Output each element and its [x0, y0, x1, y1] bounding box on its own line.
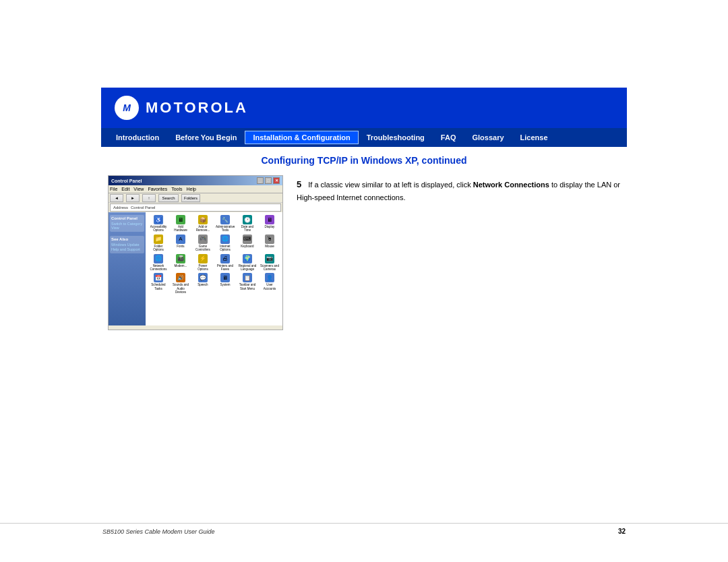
- content-area: Control Panel _ □ ✕ File Edit View Favor…: [101, 175, 627, 330]
- header-bar: M MOTOROLA: [101, 88, 627, 128]
- taskbar-icon: 📋: [243, 273, 252, 282]
- menu-tools[interactable]: Tools: [171, 187, 182, 191]
- navigation-bar: Introduction Before You Begin Installati…: [101, 128, 627, 147]
- network-connections-icon: 🌐: [154, 254, 163, 263]
- xp-icon-fonts[interactable]: A Fonts: [171, 235, 191, 252]
- xp-icon-modem[interactable]: 📠 Modem...: [171, 254, 191, 272]
- fonts-icon: A: [176, 235, 185, 244]
- xp-toolbar: ◄ ► ↑ Search Folders: [109, 193, 282, 203]
- game-controllers-icon: 🎮: [198, 235, 208, 244]
- xp-icons-grid: ♿ Accessibility Options 🖥 Add Hardware 📦: [147, 214, 281, 296]
- xp-window: Control Panel _ □ ✕ File Edit View Favor…: [109, 176, 282, 330]
- xp-icon-regional[interactable]: 🌍 Regional and Language: [237, 254, 257, 272]
- date-time-icon: 🕐: [243, 215, 252, 224]
- xp-icon-keyboard[interactable]: ⌨ Keyboard: [237, 235, 257, 252]
- xp-sidebar-section-2: See Also Windows Update Help and Support: [110, 236, 144, 253]
- motorola-logo: M MOTOROLA: [115, 96, 248, 120]
- menu-help[interactable]: Help: [187, 187, 196, 191]
- xp-icon-display[interactable]: 🖥 Display: [260, 215, 280, 232]
- menu-view[interactable]: View: [133, 187, 144, 191]
- nav-item-installation-configuration[interactable]: Installation & Configuration: [245, 131, 358, 144]
- regional-icon: 🌍: [243, 254, 252, 263]
- xp-icon-folder-options[interactable]: 📁 Folder Options: [148, 235, 169, 252]
- sounds-icon: 🔊: [176, 273, 185, 282]
- xp-sidebar-title-2: See Also: [111, 237, 143, 241]
- toolbar-search-button[interactable]: Search: [158, 194, 179, 202]
- xp-icon-network-connections[interactable]: 🌐 Network Connections: [148, 254, 169, 272]
- nav-item-glossary[interactable]: Glossary: [464, 131, 512, 144]
- admin-tools-icon: 🔧: [220, 215, 230, 224]
- add-hardware-icon: 🖥: [176, 215, 185, 224]
- windows-update-link[interactable]: Windows Update: [111, 243, 143, 247]
- xp-icon-speech[interactable]: 💬 Speech: [193, 273, 213, 294]
- xp-sidebar: Control Panel Switch to Category View Se…: [109, 212, 146, 325]
- xp-icon-user-accounts[interactable]: 👤 User Accounts: [260, 273, 280, 294]
- toolbar-forward-button[interactable]: ►: [126, 194, 140, 202]
- xp-icon-accessibility[interactable]: ♿ Accessibility Options: [148, 215, 169, 232]
- xp-icon-add-remove[interactable]: 📦 Add or Remove...: [193, 215, 213, 232]
- nav-item-faq[interactable]: FAQ: [433, 131, 464, 144]
- xp-icon-mouse[interactable]: 🖱 Mouse: [260, 235, 280, 252]
- xp-icon-sounds[interactable]: 🔊 Sounds and Audio Devices: [171, 273, 191, 294]
- xp-window-controls: _ □ ✕: [257, 177, 280, 184]
- xp-icon-admin-tools[interactable]: 🔧 Administrative Tools: [215, 215, 235, 232]
- switch-to-category-link[interactable]: Switch to Category View: [111, 222, 143, 230]
- step-number: 5: [297, 179, 301, 189]
- internet-options-icon: 🌐: [220, 235, 230, 244]
- display-icon: 🖥: [265, 215, 274, 224]
- document-area: M MOTOROLA Introduction Before You Begin…: [101, 88, 627, 330]
- system-icon: 🖥: [220, 273, 230, 282]
- step-text: If a classic view similar to at left is …: [297, 181, 620, 201]
- menu-file[interactable]: File: [110, 187, 117, 191]
- xp-menubar: File Edit View Favorites Tools Help: [109, 185, 282, 193]
- xp-icon-taskbar[interactable]: 📋 Taskbar and Start Menu: [237, 273, 257, 294]
- power-options-icon: ⚡: [198, 254, 208, 263]
- menu-favorites[interactable]: Favorites: [148, 187, 167, 191]
- logo-text: MOTOROLA: [146, 99, 248, 117]
- xp-icon-scanners[interactable]: 📷 Scanners and Cameras: [260, 254, 280, 272]
- page-title: Configuring TCP/IP in Windows XP, contin…: [101, 155, 627, 166]
- xp-main-area: ♿ Accessibility Options 🖥 Add Hardware 📦: [146, 212, 282, 325]
- keyboard-icon: ⌨: [243, 235, 252, 244]
- printers-icon: 🖨: [220, 254, 230, 263]
- xp-icon-scheduled-tasks[interactable]: 📅 Scheduled Tasks: [148, 273, 169, 294]
- logo-icon: M: [115, 96, 139, 120]
- folder-options-icon: 📁: [154, 235, 163, 244]
- address-text: Control Panel: [131, 206, 155, 210]
- xp-body: Control Panel Switch to Category View Se…: [109, 212, 282, 325]
- xp-sidebar-section-1: Control Panel Switch to Category View: [110, 215, 144, 232]
- step-text-bold: Network Connections: [473, 181, 549, 189]
- menu-edit[interactable]: Edit: [121, 187, 129, 191]
- xp-titlebar: Control Panel _ □ ✕: [109, 176, 282, 185]
- xp-icon-system[interactable]: 🖥 System: [215, 273, 235, 294]
- nav-item-license[interactable]: License: [512, 131, 556, 144]
- xp-minimize-button[interactable]: _: [257, 177, 264, 184]
- nav-item-troubleshooting[interactable]: Troubleshooting: [359, 131, 433, 144]
- help-support-link[interactable]: Help and Support: [111, 247, 143, 251]
- mouse-icon: 🖱: [265, 235, 274, 244]
- footer-guide-title: SB5100 Series Cable Modem User Guide: [102, 528, 215, 535]
- footer: SB5100 Series Cable Modem User Guide 32: [0, 523, 728, 535]
- step-area: 5 If a classic view similar to at left i…: [297, 175, 620, 203]
- xp-address-bar[interactable]: Address Control Panel: [110, 204, 281, 212]
- xp-icon-game-controllers[interactable]: 🎮 Game Controllers: [193, 235, 213, 252]
- xp-sidebar-title-1: Control Panel: [111, 216, 143, 220]
- xp-icon-internet-options[interactable]: 🌐 Internet Options: [215, 235, 235, 252]
- xp-icon-power-options[interactable]: ⚡ Power Options: [193, 254, 213, 272]
- toolbar-up-button[interactable]: ↑: [142, 194, 156, 202]
- scanners-icon: 📷: [265, 254, 274, 263]
- xp-icon-printers[interactable]: 🖨 Printers and Faxes: [215, 254, 235, 272]
- modem-icon: 📠: [176, 254, 185, 263]
- xp-maximize-button[interactable]: □: [265, 177, 272, 184]
- toolbar-folders-button[interactable]: Folders: [181, 194, 200, 202]
- footer-page-number: 32: [618, 528, 626, 535]
- nav-item-before-you-begin[interactable]: Before You Begin: [167, 131, 245, 144]
- accessibility-icon: ♿: [154, 215, 163, 224]
- nav-item-introduction[interactable]: Introduction: [108, 131, 167, 144]
- page-container: M MOTOROLA Introduction Before You Begin…: [0, 0, 728, 562]
- xp-icon-date-time[interactable]: 🕐 Date and Time: [237, 215, 257, 232]
- xp-close-button[interactable]: ✕: [273, 177, 280, 184]
- add-remove-icon: 📦: [198, 215, 208, 224]
- toolbar-back-button[interactable]: ◄: [110, 194, 123, 202]
- xp-icon-add-hardware[interactable]: 🖥 Add Hardware: [171, 215, 191, 232]
